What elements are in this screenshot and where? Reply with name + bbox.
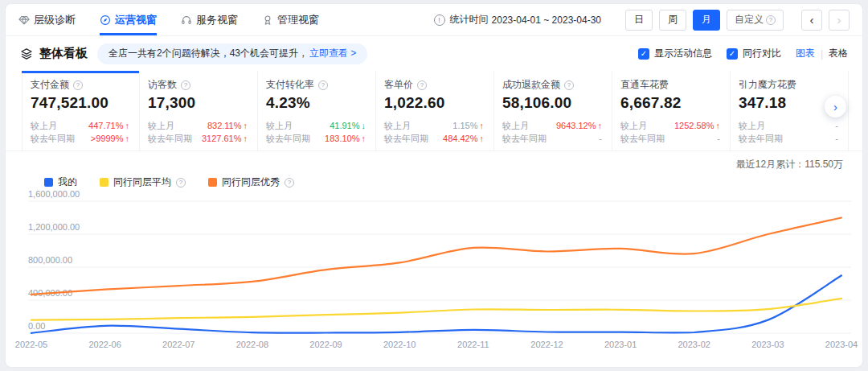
top-navbar: 层级诊断运营视窗服务视窗管理视窗 ! 统计时间 2023-04-01 ~ 202… [6, 4, 862, 36]
metric-card-avg-order-value[interactable]: 客单价?1,022.60较上月1.15%↑较去年同期484.42%↑ [376, 71, 494, 150]
checkbox-label: 同行对比 [743, 47, 781, 60]
checkbox-peer-compare[interactable]: ✓同行对比 [727, 47, 781, 60]
metric-value: 347.18 [739, 94, 838, 112]
metric-title: 引力魔方花费 [739, 78, 838, 92]
compare-number: 3127.61% [202, 132, 242, 145]
compare-value: 1.15%↑ [452, 119, 484, 132]
checkbox-show-activity[interactable]: ✓显示活动信息 [638, 47, 712, 60]
compare-number: 447.71% [88, 119, 123, 132]
x-axis-tick: 2023-04 [825, 340, 858, 349]
metric-title: 支付转化率? [266, 78, 366, 92]
compare-label: 较上月 [620, 119, 647, 132]
metric-value: 58,106.00 [502, 94, 602, 112]
x-axis-tick: 2022-10 [383, 340, 416, 349]
compare-row: 较上月447.71%↑ [31, 119, 129, 132]
x-axis-tick: 2023-01 [604, 340, 637, 349]
next-period-button[interactable]: › [829, 10, 850, 31]
tab-service-view[interactable]: 服务视窗 [181, 4, 238, 35]
metric-card-conversion-rate[interactable]: 支付转化率?4.23%较上月41.91%↓较去年同期183.10%↑ [258, 71, 376, 150]
kanban-row: 整体看板 全店一共有2个问题待解决，43个机会可提升， 立即查看 > ✓显示活动… [6, 36, 862, 71]
notice-text: 全店一共有2个问题待解决，43个机会可提升， [108, 47, 308, 60]
metric-title: 直通车花费 [620, 78, 720, 92]
cards-scroll-next-button[interactable]: › [825, 96, 846, 117]
metric-title-text: 客单价 [384, 78, 413, 92]
metric-card-visitors[interactable]: 访客数?17,300较上月832.11%↑较去年同期3127.61%↑ [140, 71, 258, 150]
compare-label: 较上月 [384, 119, 411, 132]
view-toggle: 图表 | 表格 [796, 47, 848, 60]
compare-value: - [599, 132, 602, 145]
compare-number: - [717, 132, 720, 145]
y-axis-tick: 0.00 [28, 321, 45, 331]
metric-title-text: 访客数 [148, 78, 177, 92]
metric-title-text: 支付金额 [31, 78, 69, 92]
tab-management-view[interactable]: 管理视窗 [262, 4, 319, 35]
y-axis-tick: 800,000.00 [28, 255, 72, 265]
compare-value: 41.91%↓ [330, 119, 366, 132]
arrow-up-icon: ↑ [480, 119, 485, 132]
help-icon[interactable]: ? [564, 80, 574, 90]
view-now-link[interactable]: 立即查看 > [309, 47, 356, 60]
metric-value: 4.23% [266, 94, 366, 112]
metric-card-refund-amount[interactable]: 成功退款金额?58,106.00较上月9643.12%↑较去年同期- [494, 71, 612, 150]
compare-label: 较去年同期 [31, 132, 75, 145]
compare-label: 较去年同期 [384, 132, 428, 145]
period-group: 日周月自定义? [619, 10, 784, 31]
compare-value: - [717, 132, 720, 145]
compare-number: 1252.58% [674, 119, 714, 132]
chart-view-toggle[interactable]: 图表 [796, 47, 815, 60]
compare-label: 较上月 [148, 119, 174, 132]
arrow-up-icon: ↑ [362, 132, 366, 145]
prev-period-button[interactable]: ‹ [801, 10, 822, 31]
headset-icon [181, 14, 192, 26]
metric-card-ztc-spend[interactable]: 直通车花费6,667.82较上月1252.58%↑较去年同期- [612, 71, 731, 150]
compare-number: - [599, 132, 602, 145]
metric-title: 支付金额? [31, 78, 129, 92]
arrow-up-icon: ↑ [125, 132, 130, 145]
checkbox-label: 显示活动信息 [654, 47, 712, 60]
tab-operations-view[interactable]: 运营视窗 [100, 4, 157, 35]
tab-level-diagnosis[interactable]: 层级诊断 [18, 4, 76, 35]
metric-card-payment-amount[interactable]: 支付金额?747,521.00较上月447.71%↑较去年同期>9999%↑ [22, 71, 140, 150]
metric-title: 客单价? [384, 78, 484, 92]
series-line-mine [31, 275, 841, 333]
metric-cards: 支付金额?747,521.00较上月447.71%↑较去年同期>9999%↑访客… [6, 71, 862, 151]
metric-title: 成功退款金额? [502, 78, 602, 92]
trend-chart[interactable]: 0.00400,000.00800,000.001,200,000.001,60… [6, 181, 863, 368]
compare-row: 较去年同期- [502, 132, 602, 145]
x-axis-tick: 2022-08 [236, 340, 268, 349]
help-icon[interactable]: ? [181, 80, 190, 90]
y-axis-tick: 1,200,000.00 [28, 222, 80, 232]
metric-title-text: 成功退款金额 [502, 78, 560, 92]
help-icon[interactable]: ? [318, 80, 328, 90]
help-icon[interactable]: ? [417, 80, 427, 90]
compare-value: 447.71%↑ [88, 119, 129, 132]
checkbox-icon[interactable]: ✓ [727, 48, 738, 60]
kanban-left: 整体看板 全店一共有2个问题待解决，43个机会可提升， 立即查看 > [20, 43, 367, 64]
compare-value: 3127.61%↑ [202, 132, 248, 145]
compare-label: 较上月 [266, 119, 293, 132]
compare-value: 484.42%↑ [443, 132, 484, 145]
compare-row: 较去年同期3127.61%↑ [148, 132, 248, 145]
period-label: 周 [668, 13, 678, 27]
help-icon[interactable]: ? [73, 80, 83, 90]
arrow-down-icon: ↓ [362, 119, 366, 132]
badge-icon [262, 14, 273, 26]
period-week-button[interactable]: 周 [659, 10, 686, 31]
compare-row: 较去年同期- [739, 132, 838, 145]
arrow-up-icon: ↑ [125, 119, 130, 132]
period-custom-button[interactable]: 自定义? [727, 10, 784, 31]
period-label: 自定义 [735, 13, 764, 27]
table-view-toggle[interactable]: 表格 [829, 47, 848, 60]
toggle-divider: | [821, 48, 823, 60]
x-axis-tick: 2022-05 [15, 340, 47, 349]
help-icon[interactable]: ? [766, 15, 776, 25]
compare-value: - [835, 119, 838, 132]
x-axis-tick: 2022-09 [309, 340, 342, 349]
checkbox-icon[interactable]: ✓ [638, 48, 649, 60]
info-icon: ! [434, 14, 445, 26]
period-day-button[interactable]: 日 [625, 10, 653, 31]
period-month-button[interactable]: 月 [693, 10, 720, 31]
tab-label: 管理视窗 [277, 13, 319, 27]
compare-value: - [835, 132, 838, 145]
compare-value: 832.11%↑ [207, 119, 248, 132]
